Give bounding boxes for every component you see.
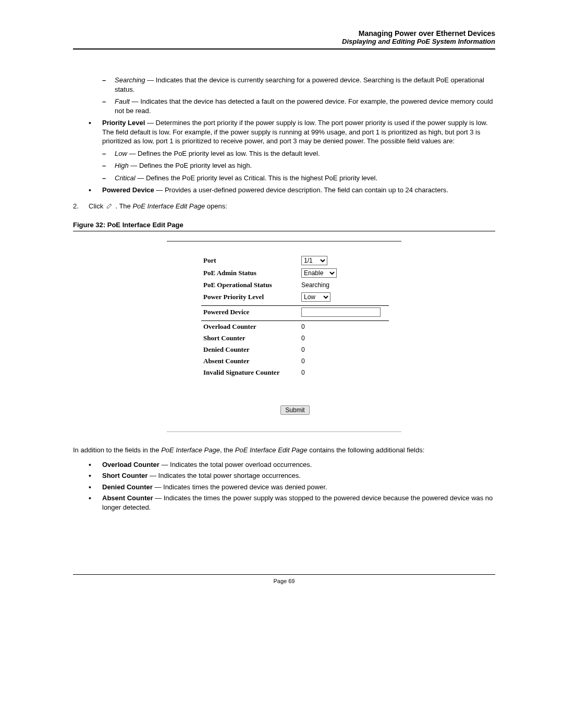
priority-level-label: Power Priority Level — [201, 291, 299, 303]
overload-counter-desc: Overload Counter — Indicates the total p… — [89, 460, 495, 470]
denied-counter-value: 0 — [299, 344, 389, 355]
term: Fault — [115, 97, 130, 105]
figure-rule — [73, 231, 495, 231]
term: High — [115, 162, 129, 169]
term: Powered Device — [102, 186, 154, 194]
desc: — Defines the PoE priority level as low.… — [127, 150, 320, 157]
step-suffix: opens: — [207, 202, 227, 210]
term: Priority Level — [102, 119, 145, 127]
short-counter-value: 0 — [299, 332, 389, 344]
priority-level-select[interactable]: Low — [301, 292, 331, 302]
term: Critical — [115, 174, 136, 182]
operational-status-value: Searching — [299, 279, 389, 291]
desc: — Determines the port priority if the po… — [102, 119, 488, 145]
page-header-subtitle: Displaying and Editing PoE System Inform… — [73, 38, 495, 45]
figure-caption: Figure 32: PoE Interface Edit Page — [73, 221, 495, 229]
denied-counter-desc: Denied Counter — Indicates times the pow… — [89, 483, 495, 492]
absent-counter-desc: Absent Counter — Indicates the times the… — [89, 493, 495, 512]
term: Searching — [115, 76, 145, 84]
short-counter-desc: Short Counter — Indicates the total powe… — [89, 471, 495, 480]
priority-level-field: Priority Level — Determines the port pri… — [89, 118, 495, 182]
poe-interface-edit-form: Port 1/1 PoE Admin Status Enable — [167, 241, 401, 432]
step-number: 2. — [73, 202, 89, 211]
edit-pencil-icon — [105, 203, 114, 211]
step-prefix: Click — [89, 202, 105, 210]
page-header-title: Managing Power over Ethernet Devices — [73, 29, 495, 38]
desc: — Defines the PoE priority level as Crit… — [136, 174, 377, 182]
desc: — Indicates that the device has detected… — [115, 97, 493, 115]
field-list: Priority Level — Determines the port pri… — [73, 118, 495, 195]
desc: — Indicates the total power shortage occ… — [148, 472, 300, 479]
desc: — Indicates times the powered device was… — [153, 483, 327, 491]
port-select[interactable]: 1/1 — [301, 256, 327, 265]
desc: — Defines the PoE priority level as high… — [129, 162, 252, 169]
term: Denied Counter — [102, 483, 153, 491]
term: Absent Counter — [102, 494, 153, 502]
term: Low — [115, 150, 127, 157]
overload-counter-value: 0 — [299, 321, 389, 333]
counter-fields-list: Overload Counter — Indicates the total p… — [73, 460, 495, 512]
desc: — Indicates that the device is currently… — [115, 76, 484, 93]
powered-device-label: Powered Device — [201, 306, 299, 319]
step-2: 2. Click . The PoE Interface Edit Page o… — [73, 202, 495, 211]
powered-device-field: Powered Device — Provides a user-defined… — [89, 186, 495, 195]
powered-device-input[interactable] — [301, 307, 381, 317]
priority-low: Low — Defines the PoE priority level as … — [102, 149, 495, 158]
status-searching: Searching — Indicates that the device is… — [102, 76, 495, 94]
submit-button[interactable]: Submit — [280, 405, 309, 415]
denied-counter-label: Denied Counter — [201, 344, 299, 355]
absent-counter-value: 0 — [299, 355, 389, 367]
overload-counter-label: Overload Counter — [201, 321, 299, 333]
priority-critical: Critical — Defines the PoE priority leve… — [102, 174, 495, 183]
desc: — Provides a user-defined powered device… — [154, 186, 448, 194]
invalid-signature-counter-value: 0 — [299, 367, 389, 378]
admin-status-select[interactable]: Enable — [301, 268, 337, 278]
desc: — Indicates the times the power supply w… — [102, 494, 493, 511]
short-counter-label: Short Counter — [201, 332, 299, 344]
invalid-signature-counter-label: Invalid Signature Counter — [201, 367, 299, 378]
status-fault: Fault — Indicates that the device has de… — [102, 97, 495, 115]
step-page-name: PoE Interface Edit Page — [132, 202, 205, 210]
page-footer: Page 69 — [73, 574, 495, 584]
absent-counter-label: Absent Counter — [201, 355, 299, 367]
operational-status-list: Searching — Indicates that the device is… — [73, 76, 495, 115]
desc: — Indicates the total power overload occ… — [160, 461, 312, 468]
after-figure-paragraph: In addition to the fields in the PoE Int… — [73, 446, 495, 455]
admin-status-label: PoE Admin Status — [201, 267, 299, 279]
term: Short Counter — [102, 472, 148, 479]
port-label: Port — [201, 254, 299, 267]
header-rule — [73, 48, 495, 50]
operational-status-label: PoE Operational Status — [201, 279, 299, 291]
priority-high: High — Defines the PoE priority level as… — [102, 161, 495, 170]
term: Overload Counter — [102, 461, 160, 468]
step-mid: . The — [115, 202, 132, 210]
